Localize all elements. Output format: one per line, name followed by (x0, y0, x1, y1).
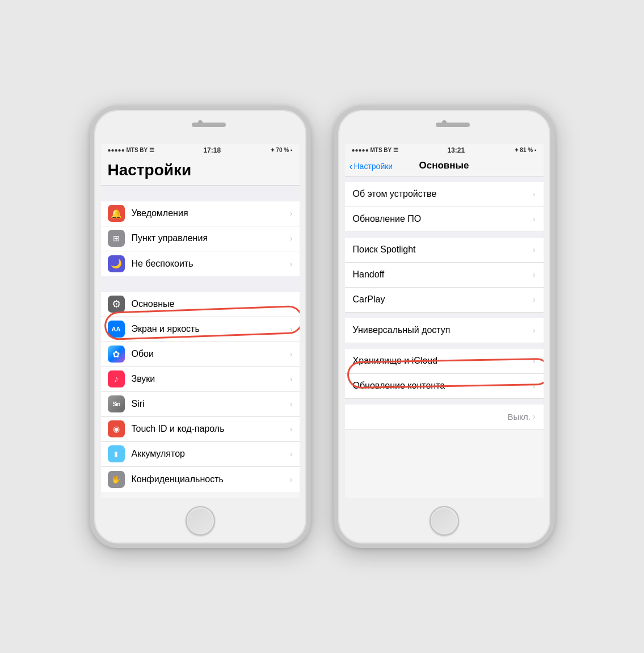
settings-list-left: 🔔 Уведомления › ⊞ Пункт управления › 🌙 Н… (101, 186, 300, 493)
screen-right: ●●●●● MTS BY ☰ 13:21 ✦ 81 % ▪ ‹ Настройк… (345, 144, 544, 498)
nav-title-right: Основные (419, 160, 469, 171)
sounds-chevron: › (290, 374, 293, 384)
notifications-label: Уведомления (132, 208, 283, 218)
list-item-accessibility[interactable]: Универсальный доступ › (345, 318, 544, 343)
phone-left: ●●●●● MTS BY ☰ 17:18 ✦ 70 % ▪ Настройки … (90, 106, 311, 548)
storage-chevron: › (533, 356, 536, 365)
status-bar-right: ●●●●● MTS BY ☰ 13:21 ✦ 81 % ▪ (345, 144, 544, 157)
storage-label: Хранилище и iCloud (353, 356, 533, 366)
time-right: 13:21 (447, 146, 465, 154)
carrier-right: ●●●●● MTS BY ☰ (352, 147, 398, 153)
volume-up-button-r (334, 178, 335, 196)
touch-id-label: Touch ID и код-пароль (132, 424, 283, 434)
list-item-handoff[interactable]: Handoff › (345, 263, 544, 288)
wallpaper-chevron: › (290, 349, 293, 359)
speaker-r (436, 123, 470, 127)
list-item-touch-id[interactable]: ◉ Touch ID и код-пароль › (101, 417, 300, 442)
wallpaper-label: Обои (132, 349, 283, 359)
r-spacer-3 (345, 343, 544, 349)
control-center-chevron: › (290, 234, 293, 243)
list-item-software-update[interactable]: Обновление ПО › (345, 207, 544, 232)
list-item-storage[interactable]: Хранилище и iCloud › (345, 349, 544, 374)
about-label: Об этом устройстве (353, 189, 533, 199)
r-section-handoff: Поиск Spotlight › Handoff › CarPlay › (345, 238, 544, 313)
privacy-label: Конфиденциальность (132, 474, 283, 485)
r-section-storage: Хранилище и iCloud › Обновление контента… (345, 349, 544, 399)
carplay-label: CarPlay (353, 294, 533, 305)
volume-down-button (90, 204, 91, 222)
power-button (310, 192, 311, 224)
volume-down-button-r (334, 204, 335, 222)
spotlight-chevron: › (533, 245, 536, 254)
about-chevron: › (533, 189, 536, 199)
speaker (192, 123, 226, 127)
list-item-restrictions[interactable]: Выкл. › (345, 405, 544, 429)
spacer-mid (101, 276, 300, 292)
list-item-display[interactable]: AA Экран и яркость › (101, 317, 300, 342)
list-item-battery[interactable]: ▮ Аккумулятор › (101, 442, 300, 467)
restrictions-value: Выкл. (507, 412, 530, 422)
section-notifications: 🔔 Уведомления › ⊞ Пункт управления › 🌙 Н… (101, 201, 300, 276)
list-item-about[interactable]: Об этом устройстве › (345, 182, 544, 207)
general-label: Основные (132, 299, 293, 309)
section-general-etc: ⚙ Основные AA Экран и яркость › ✿ Обои › (101, 292, 300, 492)
privacy-icon: ✋ (108, 471, 125, 488)
back-label: Настройки (354, 162, 393, 171)
time-left: 17:18 (203, 146, 221, 154)
carplay-chevron: › (533, 295, 536, 304)
spotlight-label: Поиск Spotlight (353, 245, 533, 255)
notifications-chevron: › (290, 209, 293, 218)
list-item-notifications[interactable]: 🔔 Уведомления › (101, 201, 300, 226)
accessibility-chevron: › (533, 326, 536, 335)
accessibility-label: Универсальный доступ (353, 325, 533, 335)
nav-bar-left: Настройки (101, 157, 300, 186)
touch-id-icon: ◉ (108, 420, 125, 437)
home-button[interactable] (186, 506, 215, 536)
r-spacer-top (345, 176, 544, 182)
list-item-spotlight[interactable]: Поиск Spotlight › (345, 238, 544, 263)
list-item-carplay[interactable]: CarPlay › (345, 288, 544, 313)
power-button-r (554, 192, 555, 224)
r-spacer-2 (345, 313, 544, 318)
battery-label: Аккумулятор (132, 449, 283, 459)
list-item-bg-refresh[interactable]: Обновление контента › (345, 374, 544, 399)
siri-chevron: › (290, 399, 293, 408)
restrictions-chevron: › (533, 412, 536, 421)
battery-chevron: › (290, 449, 293, 458)
list-item-privacy[interactable]: ✋ Конфиденциальность › (101, 467, 300, 492)
r-section-restrictions: Выкл. › (345, 405, 544, 429)
list-item-dnd[interactable]: 🌙 Не беспокоить › (101, 251, 300, 276)
list-item-wallpaper[interactable]: ✿ Обои › (101, 342, 300, 367)
phone-right: ●●●●● MTS BY ☰ 13:21 ✦ 81 % ▪ ‹ Настройк… (334, 106, 555, 548)
dnd-label: Не беспокоить (132, 259, 283, 269)
display-chevron: › (290, 325, 293, 334)
control-center-label: Пункт управления (132, 233, 283, 243)
wallpaper-icon: ✿ (108, 346, 125, 363)
bg-refresh-label: Обновление контента (353, 381, 533, 391)
bg-refresh-chevron: › (533, 381, 536, 390)
list-item-general[interactable]: ⚙ Основные (101, 292, 300, 317)
page-title-left: Настройки (108, 161, 293, 179)
list-item-control-center[interactable]: ⊞ Пункт управления › (101, 226, 300, 251)
touch-id-chevron: › (290, 424, 293, 433)
r-section-about: Об этом устройстве › Обновление ПО › (345, 182, 544, 232)
carrier-left: ●●●●● MTS BY ☰ (108, 147, 154, 153)
list-item-sounds[interactable]: ♪ Звуки › (101, 367, 300, 392)
software-update-label: Обновление ПО (353, 214, 533, 224)
sounds-icon: ♪ (108, 370, 125, 387)
siri-label: Siri (132, 399, 283, 409)
volume-up-button (90, 178, 91, 196)
settings-list-right: Об этом устройстве › Обновление ПО › Пои… (345, 176, 544, 493)
list-item-siri[interactable]: Siri Siri › (101, 392, 300, 417)
general-icon: ⚙ (108, 296, 125, 313)
back-button[interactable]: ‹ Настройки (350, 161, 393, 171)
home-button-r[interactable] (430, 506, 459, 536)
r-spacer-4 (345, 399, 544, 405)
siri-icon: Siri (108, 395, 125, 412)
battery-left: ✦ 70 % ▪ (270, 147, 293, 153)
back-chevron-icon: ‹ (350, 161, 353, 171)
phone-frame-left: ●●●●● MTS BY ☰ 17:18 ✦ 70 % ▪ Настройки … (90, 106, 311, 548)
battery-icon: ▮ (108, 445, 125, 462)
screen-left: ●●●●● MTS BY ☰ 17:18 ✦ 70 % ▪ Настройки … (101, 144, 300, 498)
dnd-chevron: › (290, 259, 293, 268)
